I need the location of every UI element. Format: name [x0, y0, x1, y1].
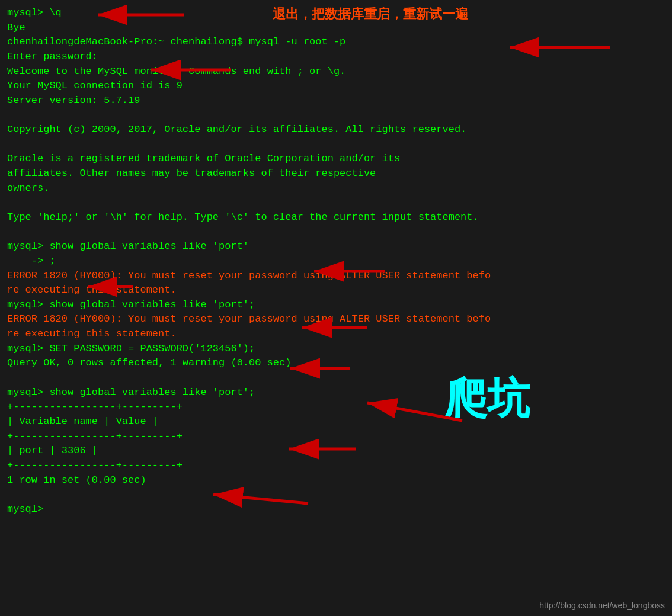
line-error2b: re executing this statement. — [7, 327, 665, 342]
line-blank6 — [7, 487, 665, 502]
line-blank1 — [7, 108, 665, 123]
line-2: Bye — [7, 21, 665, 36]
line-show1: mysql> show global variables like 'port' — [7, 239, 665, 254]
line-table2: | Variable_name | Value | — [7, 415, 665, 429]
line-3: chenhailongdeMacBook-Pro:~ chenhailong$ … — [7, 35, 665, 50]
line-help: Type 'help;' or '\h' for help. Type '\c'… — [7, 210, 665, 225]
line-prompt: mysql> — [7, 502, 665, 517]
line-table5: +-----------------+---------+ — [7, 458, 665, 473]
line-show3: mysql> show global variables like 'port'… — [7, 386, 665, 400]
terminal-content: mysql> \q Bye chenhailongdeMacBook-Pro:~… — [7, 6, 665, 516]
line-blank3 — [7, 195, 665, 210]
line-copyright: Copyright (c) 2000, 2017, Oracle and/or … — [7, 123, 665, 137]
line-rowcount: 1 row in set (0.00 sec) — [7, 473, 665, 488]
line-blank4 — [7, 225, 665, 240]
line-query-ok: Query OK, 0 rows affected, 1 warning (0.… — [7, 356, 665, 371]
line-table1: +-----------------+---------+ — [7, 400, 665, 415]
line-4: Enter password: — [7, 50, 665, 65]
line-show2: mysql> show global variables like 'port'… — [7, 298, 665, 313]
line-oracle3: owners. — [7, 181, 665, 196]
line-oracle1: Oracle is a registered trademark of Orac… — [7, 152, 665, 166]
line-5: Welcome to the MySQL monitor. Commands e… — [7, 65, 665, 79]
line-7: Server version: 5.7.19 — [7, 94, 665, 108]
line-blank2 — [7, 137, 665, 152]
line-1: mysql> \q — [7, 6, 665, 21]
line-arrow: -> ; — [7, 254, 665, 269]
terminal-window: mysql> \q Bye chenhailongdeMacBook-Pro:~… — [0, 0, 672, 616]
line-table4: | port | 3306 | — [7, 444, 665, 458]
line-error2a: ERROR 1820 (HY000): You must reset your … — [7, 312, 665, 327]
line-6: Your MySQL connection id is 9 — [7, 79, 665, 94]
line-oracle2: affiliates. Other names may be trademark… — [7, 166, 665, 181]
line-error1a: ERROR 1820 (HY000): You must reset your … — [7, 269, 665, 284]
line-setpwd: mysql> SET PASSWORD = PASSWORD('123456')… — [7, 342, 665, 357]
watermark: http://blog.csdn.net/web_longboss — [539, 599, 665, 611]
line-error1b: re executing this statement. — [7, 283, 665, 298]
line-table3: +-----------------+---------+ — [7, 429, 665, 444]
line-blank5 — [7, 371, 665, 386]
